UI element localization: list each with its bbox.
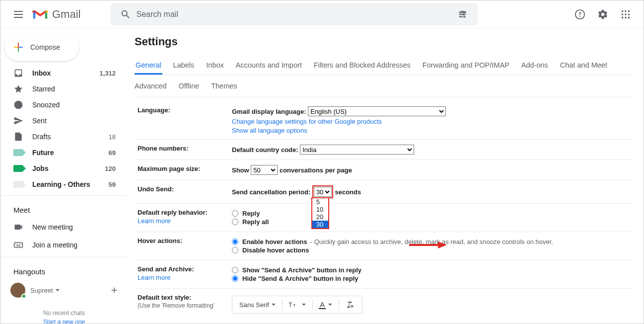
setting-text-style: Default text style: (Use the 'Remove for… bbox=[135, 289, 633, 319]
language-select[interactable]: English (US) bbox=[308, 106, 446, 116]
recent-chats-empty: No recent chats Start a new one bbox=[4, 310, 124, 324]
tab-advanced[interactable]: Advanced bbox=[135, 82, 167, 90]
svg-point-4 bbox=[463, 13, 464, 15]
learn-more-link[interactable]: Learn more bbox=[138, 274, 232, 281]
svg-rect-17 bbox=[14, 47, 18, 48]
svg-point-5 bbox=[464, 16, 466, 17]
svg-point-10 bbox=[625, 13, 627, 15]
svg-rect-22 bbox=[19, 244, 20, 245]
setting-page-size: Maximum page size: Show 50 conversations… bbox=[135, 160, 633, 180]
sidebar-item-snoozed[interactable]: Snoozed bbox=[0, 97, 124, 113]
svg-rect-2 bbox=[459, 16, 464, 17]
undo-option-5[interactable]: 5 bbox=[312, 198, 328, 206]
plus-icon bbox=[12, 41, 24, 53]
gmail-icon bbox=[32, 8, 48, 20]
svg-point-3 bbox=[465, 11, 466, 12]
setting-label: Undo Send: bbox=[135, 185, 232, 198]
join-meeting-button[interactable]: Join a meeting bbox=[0, 236, 128, 254]
settings-button[interactable] bbox=[593, 4, 613, 24]
hide-send-archive-radio[interactable] bbox=[232, 275, 238, 282]
disable-hover-radio[interactable] bbox=[232, 247, 238, 253]
undo-option-10[interactable]: 10 bbox=[312, 206, 328, 213]
clear-formatting-button[interactable] bbox=[341, 296, 359, 313]
setting-phone: Phone numbers: Default country code: Ind… bbox=[135, 140, 633, 160]
tab-addons[interactable]: Add-ons bbox=[520, 57, 549, 75]
search-options-button[interactable] bbox=[453, 4, 473, 24]
tab-labels[interactable]: Labels bbox=[172, 57, 196, 75]
separator bbox=[339, 299, 339, 310]
show-send-archive-radio[interactable] bbox=[232, 267, 238, 273]
undo-option-20[interactable]: 20 bbox=[312, 213, 328, 221]
search-input[interactable] bbox=[136, 10, 453, 19]
product-name: Gmail bbox=[52, 8, 80, 21]
text-color-picker[interactable]: A bbox=[315, 296, 337, 313]
tab-offline[interactable]: Offline bbox=[179, 82, 200, 90]
undo-option-30[interactable]: 30 bbox=[312, 221, 328, 228]
undo-suffix: seconds bbox=[335, 188, 361, 196]
reply-all-radio[interactable] bbox=[232, 219, 238, 225]
start-new-chat-link[interactable]: Start a new one bbox=[4, 319, 124, 324]
undo-send-select[interactable]: 30 bbox=[314, 187, 332, 197]
reply-all-option: Reply all bbox=[242, 218, 269, 226]
chevron-down-icon bbox=[301, 302, 306, 307]
sidebar-item-inbox[interactable]: Inbox 1,312 bbox=[0, 65, 124, 81]
search-bar[interactable] bbox=[110, 3, 478, 26]
sidebar-item-jobs[interactable]: Jobs 120 bbox=[0, 161, 124, 176]
font-size-picker[interactable]: TT bbox=[285, 296, 310, 313]
sidebar-item-count: 69 bbox=[109, 149, 116, 157]
gear-icon bbox=[597, 9, 608, 20]
separator bbox=[282, 299, 283, 310]
page-title: Settings bbox=[135, 28, 633, 57]
support-button[interactable] bbox=[570, 4, 590, 24]
enable-hover-label: Enable hover actions bbox=[242, 238, 307, 245]
text-size-icon: TT bbox=[288, 300, 299, 309]
setting-reply-behavior: Default reply behavior: Learn more Reply… bbox=[135, 204, 633, 232]
setting-label: Default reply behavior: Learn more bbox=[135, 209, 232, 227]
tab-forwarding[interactable]: Forwarding and POP/IMAP bbox=[422, 57, 510, 75]
tab-general[interactable]: General bbox=[135, 57, 162, 75]
clear-formatting-icon bbox=[345, 300, 355, 309]
country-select[interactable]: India bbox=[300, 145, 414, 155]
svg-point-13 bbox=[625, 16, 627, 18]
apps-button[interactable] bbox=[616, 4, 636, 24]
sidebar-item-future[interactable]: Future 69 bbox=[0, 145, 124, 161]
meet-item-label: Join a meeting bbox=[32, 241, 77, 249]
sidebar-item-label: Sent bbox=[32, 117, 116, 125]
sidebar-item-count: 59 bbox=[109, 181, 116, 188]
tab-accounts[interactable]: Accounts and Import bbox=[235, 57, 303, 75]
undo-send-dropdown: 5 10 20 30 bbox=[311, 197, 329, 229]
tab-chat[interactable]: Chat and Meet bbox=[559, 57, 608, 75]
hamburger-icon bbox=[14, 14, 23, 15]
app-logo[interactable]: Gmail bbox=[32, 8, 80, 21]
font-name: Sans Serif bbox=[239, 301, 269, 309]
page-size-prefix: Show bbox=[232, 166, 249, 174]
hangouts-user-row[interactable]: Supreet bbox=[0, 280, 128, 301]
show-all-languages-link[interactable]: Show all language options bbox=[232, 127, 633, 134]
label-icon bbox=[13, 181, 22, 188]
svg-point-7 bbox=[625, 10, 627, 12]
font-family-picker[interactable]: Sans Serif bbox=[235, 296, 280, 313]
sidebar-item-starred[interactable]: Starred bbox=[0, 81, 124, 97]
sidebar-item-drafts[interactable]: Drafts 18 bbox=[0, 129, 124, 145]
sidebar-item-learning[interactable]: Learning - Others 59 bbox=[0, 176, 124, 192]
page-size-select[interactable]: 50 bbox=[251, 165, 278, 175]
settings-tabs-row2: Advanced Offline Themes bbox=[135, 75, 633, 97]
tab-inbox[interactable]: Inbox bbox=[205, 57, 224, 75]
sidebar-item-label: Inbox bbox=[32, 69, 99, 77]
sidebar-item-sent[interactable]: Sent bbox=[0, 113, 124, 129]
learn-more-link[interactable]: Learn more bbox=[138, 217, 232, 225]
divider bbox=[0, 195, 128, 196]
reply-radio[interactable] bbox=[232, 210, 238, 217]
svg-rect-1 bbox=[459, 14, 463, 15]
sidebar-item-count: 1,312 bbox=[99, 70, 116, 77]
change-language-link[interactable]: Change language settings for other Googl… bbox=[232, 118, 633, 125]
setting-language: Language: Gmail display language: Englis… bbox=[135, 101, 633, 140]
enable-hover-radio[interactable] bbox=[232, 239, 238, 245]
new-meeting-button[interactable]: New meeting bbox=[0, 218, 128, 236]
text-style-hint: (Use the 'Remove formatting' bbox=[138, 302, 232, 309]
main-menu-button[interactable] bbox=[8, 4, 28, 24]
compose-button[interactable]: Compose bbox=[4, 33, 79, 61]
tab-themes[interactable]: Themes bbox=[211, 82, 237, 90]
add-chat-button[interactable] bbox=[110, 286, 119, 295]
tab-filters[interactable]: Filters and Blocked Addresses bbox=[313, 57, 412, 75]
